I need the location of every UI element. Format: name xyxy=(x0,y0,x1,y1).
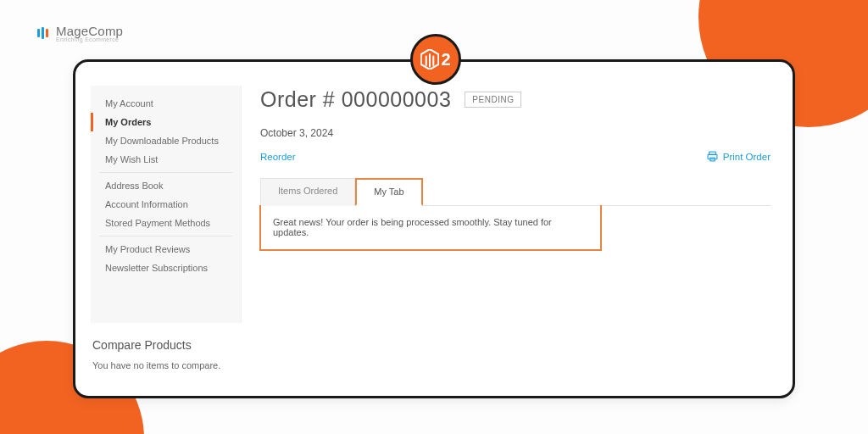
print-order-label: Print Order xyxy=(723,152,771,162)
magento-hex-icon xyxy=(420,49,439,70)
reorder-link[interactable]: Reorder xyxy=(260,152,296,162)
order-main: Order # 000000003 PENDING October 3, 202… xyxy=(260,86,771,396)
brand-logo: MageComp Enriching Ecommerce xyxy=(37,24,123,42)
badge-number: 2 xyxy=(441,50,450,70)
account-sidebar: My Account My Orders My Downloadable Pro… xyxy=(91,86,242,323)
order-title: Order # 000000003 xyxy=(260,87,451,112)
compare-empty-text: You have no items to compare. xyxy=(92,360,220,370)
sidebar-item-my-orders[interactable]: My Orders xyxy=(91,113,241,131)
sidebar-item-address-book[interactable]: Address Book xyxy=(91,176,241,195)
print-order-link[interactable]: Print Order xyxy=(707,151,771,162)
sidebar-item-account-info[interactable]: Account Information xyxy=(91,195,241,214)
magento2-badge: 2 xyxy=(410,34,461,85)
svg-rect-1 xyxy=(708,154,717,159)
tab-items-ordered[interactable]: Items Ordered xyxy=(260,178,355,206)
status-badge: PENDING xyxy=(465,92,521,108)
sidebar-item-wishlist[interactable]: My Wish List xyxy=(91,150,241,169)
sidebar-item-newsletter[interactable]: Newsletter Subscriptions xyxy=(91,259,241,277)
tab-my-tab[interactable]: My Tab xyxy=(355,178,422,206)
order-tabs: Items Ordered My Tab xyxy=(260,177,771,206)
brand-tagline: Enriching Ecommerce xyxy=(56,36,123,42)
sidebar-item-my-account[interactable]: My Account xyxy=(91,94,241,113)
sidebar-item-reviews[interactable]: My Product Reviews xyxy=(91,240,241,259)
sidebar-item-downloadable[interactable]: My Downloadable Products xyxy=(91,131,241,150)
brand-bars-icon xyxy=(37,26,51,40)
tab-panel-content: Great news! Your order is being processe… xyxy=(259,205,602,251)
sidebar-item-payment-methods[interactable]: Stored Payment Methods xyxy=(91,214,241,232)
compare-products-block: Compare Products You have no items to co… xyxy=(92,338,220,370)
order-card: My Account My Orders My Downloadable Pro… xyxy=(73,59,795,398)
printer-icon xyxy=(707,151,718,162)
compare-heading: Compare Products xyxy=(92,338,220,352)
order-date: October 3, 2024 xyxy=(260,127,771,139)
